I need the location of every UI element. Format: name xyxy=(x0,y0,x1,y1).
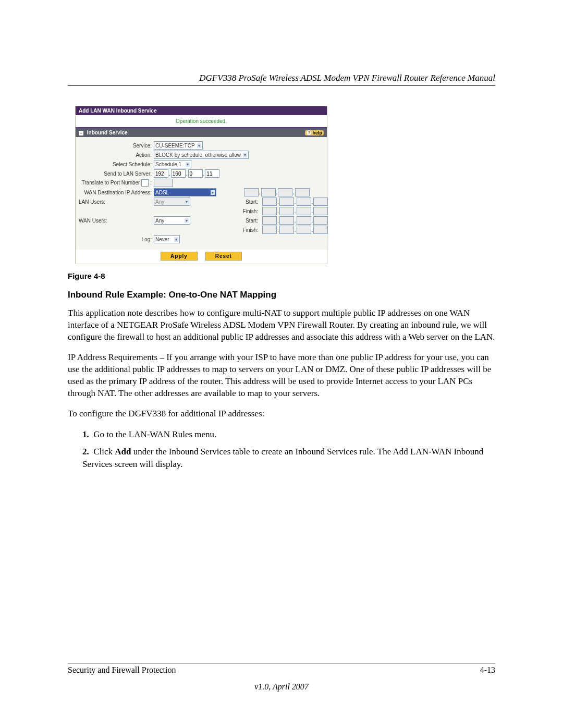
ip-octet[interactable] xyxy=(313,207,328,215)
lan-start-ip: . . . xyxy=(262,198,328,206)
ip-octet[interactable] xyxy=(297,198,311,206)
section-title: Inbound Rule Example: One-to-One NAT Map… xyxy=(68,290,495,300)
ip-octet[interactable] xyxy=(262,198,277,206)
label-lan-users: LAN Users: xyxy=(79,199,152,205)
ip-octet[interactable] xyxy=(244,188,259,196)
label-log: Log: xyxy=(79,237,152,242)
label-action: Action: xyxy=(79,152,152,158)
wan-users-select[interactable]: Any▾ xyxy=(154,216,190,225)
chevron-down-icon: ▾ xyxy=(211,190,215,195)
ip-octet[interactable] xyxy=(278,188,292,196)
chevron-down-icon: ▾ xyxy=(174,237,178,242)
ip-octet[interactable] xyxy=(261,188,276,196)
chevron-down-icon: ▾ xyxy=(185,200,189,204)
ip-octet[interactable] xyxy=(297,216,311,225)
ip-octet[interactable] xyxy=(279,226,294,234)
paragraph: IP Address Requirements – If you arrange… xyxy=(68,352,495,400)
action-select[interactable]: BLOCK by schedule, otherwise allow▾ xyxy=(154,151,249,159)
section-header: – Inbound Service ? help xyxy=(76,128,327,137)
paragraph: This application note describes how to c… xyxy=(68,307,495,343)
list-item: 1. Go to the LAN-WAN Rules menu. xyxy=(79,428,495,441)
schedule-select[interactable]: Schedule 1▾ xyxy=(154,160,191,168)
collapse-icon[interactable]: – xyxy=(79,131,83,135)
label-finish: Finish: xyxy=(218,208,260,214)
button-row: Apply Reset xyxy=(76,250,327,264)
ip-octet[interactable] xyxy=(279,216,294,225)
chevron-down-icon: ▾ xyxy=(186,162,190,167)
doc-header: DGFV338 ProSafe Wireless ADSL Modem VPN … xyxy=(68,73,495,86)
ip-octet[interactable] xyxy=(279,198,294,206)
label-service: Service: xyxy=(79,143,152,149)
footer-left: Security and Firewall Protection xyxy=(68,665,176,675)
wan-start-ip: . . . xyxy=(262,216,328,225)
ip-octet[interactable] xyxy=(297,207,311,215)
ip-octet-3[interactable] xyxy=(188,169,203,178)
translate-checkbox[interactable] xyxy=(141,179,149,187)
footer-right: 4-13 xyxy=(480,665,495,675)
reset-button[interactable]: Reset xyxy=(205,252,242,261)
label-lan-server: Send to LAN Server: xyxy=(79,171,152,177)
ip-octet-1[interactable] xyxy=(154,169,168,178)
label-wan-users: WAN Users: xyxy=(79,218,152,224)
label-schedule: Select Schedule: xyxy=(79,162,152,167)
label-translate: Translate to Port Number : xyxy=(79,179,152,187)
label-wan-dest: WAN Destination IP Address: xyxy=(79,190,152,195)
help-button[interactable]: ? help xyxy=(305,130,324,135)
page-footer: Security and Firewall Protection 4-13 v1… xyxy=(68,663,495,692)
router-ui-panel: Add LAN WAN Inbound Service Operation su… xyxy=(75,106,327,264)
wan-finish-ip: . . . xyxy=(262,226,328,234)
list-item: 2. Click Add under the Inbound Services … xyxy=(79,446,495,471)
section-label: Inbound Service xyxy=(87,130,128,135)
label-finish: Finish: xyxy=(218,227,260,233)
apply-button[interactable]: Apply xyxy=(161,252,198,261)
lan-users-select[interactable]: Any▾ xyxy=(154,198,190,206)
ip-octet-4[interactable] xyxy=(205,169,219,178)
ip-octet[interactable] xyxy=(297,226,311,234)
form-area: Service: CU-SEEME:TCP▾ Action: BLOCK by … xyxy=(76,137,327,250)
panel-title: Add LAN WAN Inbound Service xyxy=(76,106,327,115)
lan-finish-ip: . . . xyxy=(262,207,328,215)
ip-octet[interactable] xyxy=(313,216,328,225)
help-icon: ? xyxy=(307,130,311,135)
label-start: Start: xyxy=(218,218,260,224)
wan-dest-ip: . . . xyxy=(244,188,310,196)
ip-octet-2[interactable] xyxy=(171,169,186,178)
log-select[interactable]: Never▾ xyxy=(154,235,180,243)
figure-caption: Figure 4-8 xyxy=(68,272,495,280)
ip-octet[interactable] xyxy=(295,188,310,196)
lan-server-ip: . . . xyxy=(154,169,324,178)
service-select[interactable]: CU-SEEME:TCP▾ xyxy=(154,141,203,150)
ip-octet[interactable] xyxy=(262,207,277,215)
figure-screenshot: Add LAN WAN Inbound Service Operation su… xyxy=(75,106,495,264)
ip-octet[interactable] xyxy=(262,216,277,225)
chevron-down-icon: ▾ xyxy=(185,218,189,223)
ip-octet[interactable] xyxy=(313,226,328,234)
step-list: 1. Go to the LAN-WAN Rules menu. 2. Clic… xyxy=(79,428,495,471)
label-start: Start: xyxy=(218,199,260,205)
translate-port-input[interactable] xyxy=(154,179,173,187)
ip-octet[interactable] xyxy=(313,198,328,206)
ip-octet[interactable] xyxy=(262,226,277,234)
footer-version: v1.0, April 2007 xyxy=(68,682,495,692)
chevron-down-icon: ▾ xyxy=(197,143,201,148)
paragraph: To configure the DGFV338 for additional … xyxy=(68,408,495,420)
chevron-down-icon: ▾ xyxy=(243,153,247,157)
ip-octet[interactable] xyxy=(279,207,294,215)
wan-dest-select[interactable]: ADSL▾ xyxy=(154,188,216,196)
status-message: Operation succeeded. xyxy=(76,115,327,127)
